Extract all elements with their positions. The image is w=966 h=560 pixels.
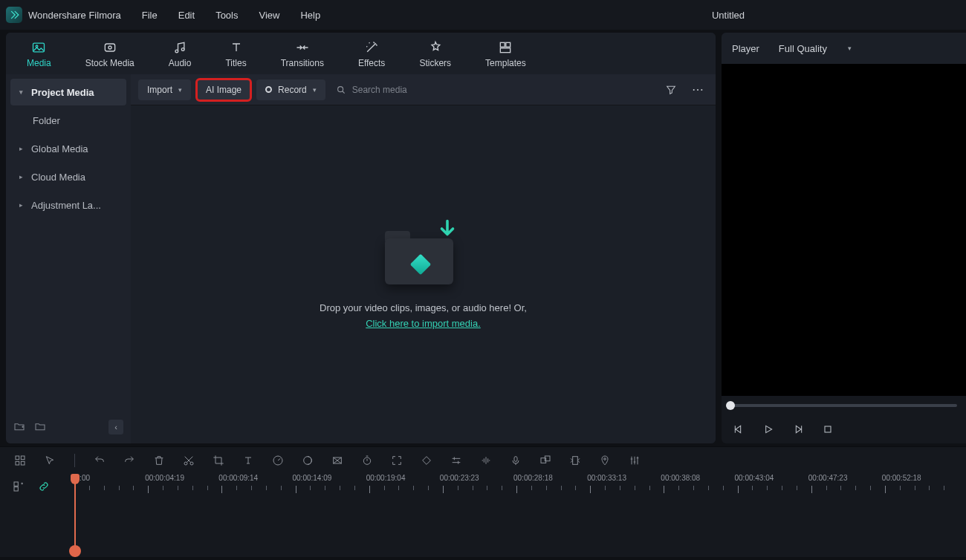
timeline-ruler[interactable]: 00:0000:00:04:1900:00:09:1400:00:14:0900… — [74, 474, 966, 495]
menu-help[interactable]: Help — [300, 10, 320, 21]
tab-transitions[interactable]: Transitions — [273, 35, 331, 73]
menu-tools[interactable]: Tools — [215, 10, 238, 21]
stock-icon — [102, 39, 118, 56]
menu-view[interactable]: View — [259, 10, 279, 21]
layout-icon[interactable] — [13, 454, 27, 467]
menu-edit[interactable]: Edit — [178, 10, 195, 21]
timeline-track[interactable]: 00:0000:00:04:1900:00:09:1400:00:14:0900… — [74, 474, 966, 557]
search-input[interactable] — [352, 85, 486, 95]
ruler-label: 00:00:38:08 — [661, 474, 700, 482]
tab-stickers-label: Stickers — [419, 58, 451, 68]
record-icon — [265, 86, 272, 93]
timeline-gutter — [0, 474, 74, 557]
app-logo-icon — [6, 7, 22, 23]
adjust-icon[interactable] — [450, 454, 463, 467]
search-media[interactable] — [336, 85, 486, 95]
svg-rect-14 — [21, 461, 25, 465]
cut-icon[interactable] — [182, 454, 195, 467]
quality-selector[interactable]: Full Quality▾ — [773, 40, 858, 57]
tab-stock-media[interactable]: Stock Media — [78, 35, 142, 73]
record-label: Record — [278, 85, 307, 95]
crop-icon[interactable] — [212, 454, 225, 467]
import-media-link[interactable]: Click here to import media. — [366, 318, 481, 329]
drop-line1: Drop your video clips, images, or audio … — [320, 301, 527, 316]
tab-audio[interactable]: Audio — [161, 35, 199, 73]
crop-zoom-icon[interactable] — [390, 454, 403, 467]
player-scrubber[interactable] — [722, 396, 966, 415]
collapse-sidebar-button[interactable]: ‹ — [108, 420, 123, 434]
ruler-label: 00:00:43:04 — [735, 474, 774, 482]
voiceover-icon[interactable] — [509, 454, 522, 467]
tab-titles[interactable]: Titles — [218, 35, 253, 73]
module-tabs: Media Stock Media Audio Titles Transitio… — [6, 33, 716, 74]
playhead-knob-icon[interactable] — [69, 545, 81, 557]
import-label: Import — [147, 85, 172, 95]
sidebar-item-adjustment-layer[interactable]: ▸Adjustment La... — [10, 192, 126, 218]
sidebar-item-project-media[interactable]: ▾Project Media — [10, 79, 126, 105]
player-viewport[interactable] — [722, 64, 966, 396]
sticker-icon — [427, 39, 444, 56]
sidebar-item-label: Global Media — [31, 143, 88, 154]
templates-icon — [497, 39, 513, 56]
ruler-label: 00:00:33:13 — [587, 474, 626, 482]
ai-image-label: AI Image — [206, 85, 242, 95]
ruler-label: 00:00:52:18 — [882, 474, 921, 482]
tab-templates[interactable]: Templates — [478, 35, 534, 73]
more-icon[interactable]: ⋯ — [687, 79, 708, 100]
ruler-label: 00:00:14:09 — [293, 474, 332, 482]
sidebar-item-global-media[interactable]: ▸Global Media — [10, 135, 126, 162]
record-button[interactable]: Record▾ — [256, 79, 325, 100]
next-frame-button[interactable] — [791, 423, 805, 436]
tab-effects[interactable]: Effects — [351, 35, 392, 73]
chroma-icon[interactable] — [331, 454, 344, 467]
new-folder-icon[interactable] — [13, 420, 25, 434]
player-tab[interactable]: Player — [732, 43, 759, 54]
ruler-label: 00:00:47:23 — [808, 474, 848, 482]
svg-rect-13 — [16, 461, 19, 465]
prev-frame-button[interactable] — [732, 423, 745, 436]
media-sidebar: ▾Project Media Folder ▸Global Media ▸Clo… — [6, 74, 131, 443]
svg-point-4 — [175, 50, 178, 53]
speed-icon[interactable] — [271, 454, 285, 467]
sidebar-item-cloud-media[interactable]: ▸Cloud Media — [10, 163, 126, 190]
audio-wave-icon[interactable] — [479, 454, 493, 467]
mixer-icon[interactable] — [628, 454, 641, 467]
menu-file[interactable]: File — [142, 10, 158, 21]
filter-icon[interactable] — [661, 79, 681, 100]
render-icon[interactable] — [568, 454, 582, 467]
svg-rect-12 — [21, 456, 25, 460]
scrub-thumb[interactable] — [726, 401, 735, 410]
redo-icon[interactable] — [123, 454, 136, 467]
chevron-down-icon: ▾ — [848, 45, 852, 52]
sidebar-item-folder[interactable]: Folder — [10, 107, 126, 134]
media-drop-area[interactable]: Drop your video clips, images, or audio … — [131, 105, 716, 443]
ai-image-button[interactable]: AI Image — [197, 79, 250, 100]
player-controls — [722, 415, 966, 443]
timeline-toolbar — [0, 447, 966, 474]
group-icon[interactable] — [539, 454, 552, 467]
scrub-track[interactable] — [730, 404, 957, 407]
folder-icon[interactable] — [34, 420, 46, 434]
keyframe-icon[interactable] — [420, 454, 433, 467]
media-panel: Media Stock Media Audio Titles Transitio… — [6, 33, 716, 443]
timer-icon[interactable] — [360, 454, 374, 467]
link-icon[interactable] — [37, 480, 51, 493]
cursor-icon[interactable] — [43, 454, 56, 467]
tab-media[interactable]: Media — [19, 35, 59, 73]
delete-icon[interactable] — [152, 454, 166, 467]
import-button[interactable]: Import▾ — [138, 79, 191, 100]
text-icon — [228, 39, 244, 56]
ruler-label: 00:00:19:04 — [366, 474, 406, 482]
document-title: Untitled — [712, 10, 745, 21]
stop-button[interactable] — [821, 423, 834, 436]
text-tool-icon[interactable] — [242, 454, 255, 467]
tab-audio-label: Audio — [169, 58, 192, 68]
track-add-icon[interactable] — [12, 480, 25, 493]
tab-stickers[interactable]: Stickers — [412, 35, 458, 73]
color-icon[interactable] — [301, 454, 314, 467]
marker-icon[interactable] — [598, 454, 612, 467]
play-button[interactable] — [762, 423, 775, 436]
image-icon — [30, 39, 47, 56]
undo-icon[interactable] — [93, 454, 106, 467]
timeline-playhead[interactable] — [74, 474, 76, 557]
